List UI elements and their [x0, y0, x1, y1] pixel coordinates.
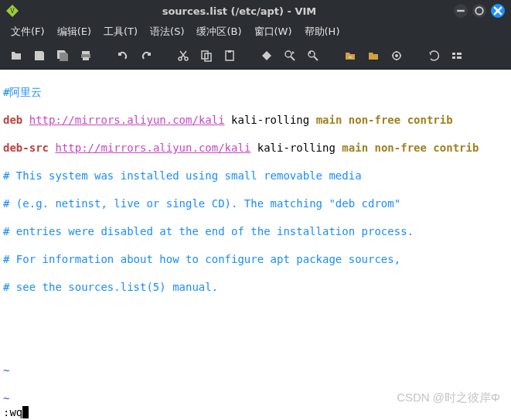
repo-url: http://mirrors.aliyun.com/kali [29, 114, 225, 126]
cut-icon[interactable] [175, 47, 192, 64]
menu-file[interactable]: 文件(F) [6, 23, 49, 40]
svg-point-2 [475, 7, 483, 15]
copy-icon[interactable] [198, 47, 215, 64]
menu-buffers[interactable]: 缓冲区(B) [192, 23, 246, 40]
comment-text: #阿里云 [3, 86, 42, 98]
menu-syntax[interactable]: 语法(S) [145, 23, 189, 40]
empty-line-tilde: ~ [3, 364, 508, 377]
maximize-button[interactable] [472, 4, 486, 18]
svg-rect-28 [457, 53, 462, 55]
comment-text: # (e.g. netinst, live or single CD). The… [3, 196, 508, 210]
comment-text: # For information about how to configure… [3, 252, 508, 266]
redo-icon[interactable] [138, 47, 155, 64]
svg-rect-15 [228, 50, 231, 53]
window-controls [454, 4, 505, 18]
save-icon[interactable] [31, 47, 48, 64]
comment-text: # see the sources.list(5) manual. [3, 280, 508, 294]
svg-rect-7 [83, 57, 89, 60]
toolbar [0, 42, 511, 70]
components-text: main non-free contrib [316, 114, 453, 126]
svg-line-17 [291, 56, 295, 60]
print-icon[interactable] [77, 47, 94, 64]
run-script-icon[interactable] [388, 47, 405, 64]
svg-rect-26 [452, 53, 455, 55]
cursor [22, 406, 29, 418]
vim-command-line[interactable]: :wq [0, 405, 511, 420]
load-session-icon[interactable] [342, 47, 359, 64]
empty-line-tilde: ~ [3, 391, 508, 405]
menubar: 文件(F) 编辑(E) 工具(T) 语法(S) 缓冲区(B) 窗口(W) 帮助(… [0, 22, 511, 42]
replace-icon[interactable] [258, 47, 275, 64]
close-button[interactable] [491, 4, 505, 18]
repo-url: http://mirrors.aliyun.com/kali [55, 142, 250, 154]
menu-window[interactable]: 窗口(W) [250, 23, 297, 40]
vim-app-icon: V [6, 5, 19, 17]
tag-icon[interactable] [448, 47, 465, 64]
suite-text: kali-rolling [225, 114, 316, 126]
comment-text: # entries were disabled at the end of th… [3, 224, 508, 238]
command-text: :wq [3, 406, 22, 418]
undo-icon[interactable] [114, 47, 131, 64]
suite-text: kali-rolling [250, 142, 342, 154]
svg-rect-5 [82, 51, 90, 54]
comment-text: # This system was installed using small … [3, 169, 508, 183]
deb-src-keyword: deb-src [3, 142, 49, 154]
paste-icon[interactable] [221, 47, 238, 64]
save-session-icon[interactable] [365, 47, 382, 64]
svg-point-16 [285, 51, 291, 57]
menu-help[interactable]: 帮助(H) [300, 23, 345, 40]
svg-point-21 [395, 54, 398, 57]
open-file-icon[interactable] [8, 47, 25, 64]
menu-edit[interactable]: 编辑(E) [53, 23, 96, 40]
menu-tools[interactable]: 工具(T) [99, 23, 142, 40]
minimize-button[interactable] [454, 4, 468, 18]
find-next-icon[interactable] [281, 47, 298, 64]
svg-line-19 [314, 56, 318, 60]
svg-rect-27 [452, 56, 455, 59]
titlebar: V sources.list (/etc/apt) - VIM [0, 0, 511, 22]
save-all-icon[interactable] [54, 47, 71, 64]
svg-rect-29 [457, 56, 462, 59]
editor-area[interactable]: #阿里云 deb http://mirrors.aliyun.com/kali … [0, 70, 511, 420]
find-prev-icon[interactable] [305, 47, 322, 64]
make-icon[interactable] [425, 47, 442, 64]
window-title: sources.list (/etc/apt) - VIM [25, 5, 454, 17]
deb-keyword: deb [3, 114, 22, 126]
svg-text:V: V [10, 8, 15, 15]
components-text: main non-free contrib [342, 142, 479, 154]
